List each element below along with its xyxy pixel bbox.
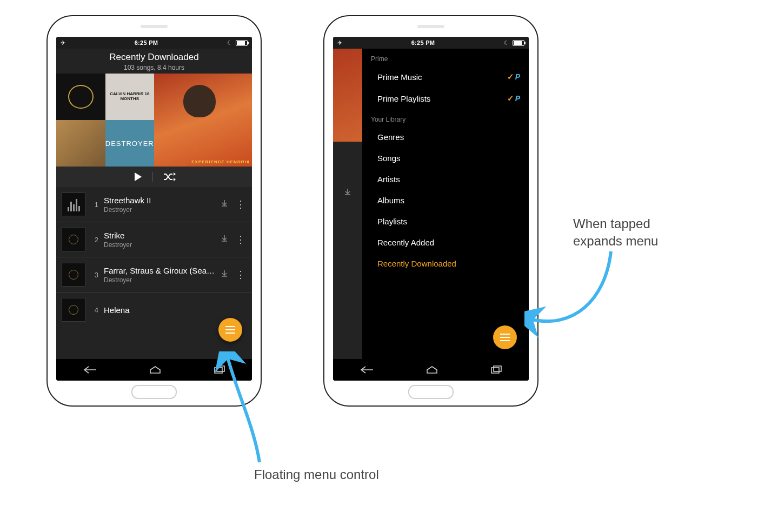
annotation-text: When tapped [573, 216, 650, 231]
status-bar: 6:25 PM [333, 37, 529, 49]
now-playing-equalizer-icon [62, 193, 85, 216]
song-art [62, 192, 85, 216]
android-nav-bar [333, 359, 529, 381]
battery-icon [236, 40, 248, 46]
do-not-disturb-icon [227, 39, 232, 46]
floating-menu-button[interactable] [218, 318, 242, 342]
album-thumb: CALVIN HARRIS 18 MONTHS [105, 74, 155, 120]
album-thumb-label: DESTROYER [105, 139, 154, 148]
hamburger-icon [500, 337, 510, 338]
more-options-icon[interactable] [234, 198, 247, 210]
more-options-icon[interactable] [234, 234, 247, 245]
song-title: Strike [104, 231, 215, 240]
menu-item-label: Artists [377, 175, 400, 184]
nav-recent-button[interactable] [490, 365, 503, 374]
svg-marker-0 [135, 172, 142, 181]
annotation-text: Floating menu control [254, 467, 379, 482]
playlist-header: Recently Downloaded 103 songs, 8.4 hours [56, 49, 252, 74]
download-icon[interactable] [221, 200, 228, 209]
prime-badge-icon: ✓P [507, 72, 520, 82]
phone-speaker [141, 25, 168, 28]
phone-frame-left: 6:25 PM Recently Downloaded 103 songs, 8… [46, 15, 262, 407]
phone-speaker [417, 25, 444, 28]
album-thumb [56, 120, 105, 167]
annotation-arrow-left [205, 351, 270, 470]
status-time: 6:25 PM [135, 39, 158, 46]
menu-section-label: Your Library [362, 109, 529, 127]
menu-section-label: Prime [362, 49, 529, 66]
svg-marker-2 [174, 178, 176, 181]
menu-item-recently-added[interactable]: Recently Added [362, 232, 529, 253]
album-art-collage: CALVIN HARRIS 18 MONTHS DESTROYER EXPERI… [56, 74, 252, 167]
battery-icon [513, 40, 524, 46]
song-index: 3 [91, 271, 98, 279]
nav-back-button[interactable] [82, 365, 97, 374]
song-artist: Destroyer [104, 241, 215, 249]
play-controls-row [56, 167, 252, 187]
menu-item-albums[interactable]: Albums [362, 190, 529, 211]
album-thumb: DESTROYER [105, 120, 155, 167]
prime-badge-icon: ✓P [507, 94, 520, 103]
album-thumb-label: EXPERIENCE HENDRIX [189, 157, 252, 167]
menu-item-label: Songs [377, 154, 401, 163]
download-icon[interactable] [221, 235, 228, 244]
menu-item-songs[interactable]: Songs [362, 148, 529, 169]
side-menu-panel: Prime Prime Music ✓P Prime Playlists ✓P … [362, 49, 529, 359]
song-row[interactable]: 2 Strike Destroyer [56, 222, 252, 257]
playlist-subtitle: 103 songs, 8.4 hours [56, 64, 252, 71]
status-bar: 6:25 PM [56, 37, 252, 49]
song-art [62, 228, 85, 251]
menu-item-label: Genres [377, 132, 404, 142]
phone-home-button [408, 385, 454, 399]
annotation-arrow-right [524, 249, 616, 351]
menu-item-label: Albums [377, 196, 404, 205]
menu-item-label: Recently Downloaded [377, 259, 456, 268]
more-options-icon[interactable] [234, 269, 247, 281]
background-list-sliver [333, 142, 362, 359]
annotation-text: expands menu [573, 234, 658, 248]
song-index: 2 [91, 236, 98, 244]
song-row[interactable]: 3 Farrar, Straus & Giroux (Sea of Te… De… [56, 257, 252, 292]
menu-item-label: Prime Playlists [377, 94, 430, 103]
nav-home-button[interactable] [149, 365, 162, 374]
menu-item-playlists[interactable]: Playlists [362, 211, 529, 232]
annotation-label-right: When tapped expands menu [573, 215, 658, 250]
menu-item-prime-playlists[interactable]: Prime Playlists ✓P [362, 88, 529, 109]
download-icon[interactable] [221, 270, 228, 280]
song-art [62, 263, 85, 287]
svg-rect-6 [494, 366, 501, 371]
song-artist: Destroyer [104, 276, 215, 284]
svg-marker-1 [174, 172, 176, 176]
song-art [62, 298, 85, 322]
song-artist: Destroyer [104, 206, 215, 214]
airplane-mode-icon [337, 39, 342, 46]
song-title: Streethawk II [104, 196, 215, 205]
airplane-mode-icon [61, 39, 65, 46]
status-time: 6:25 PM [411, 39, 435, 46]
song-index: 4 [91, 306, 98, 314]
floating-menu-button[interactable] [493, 325, 517, 349]
menu-item-recently-downloaded[interactable]: Recently Downloaded [362, 253, 529, 274]
album-thumb-large: EXPERIENCE HENDRIX [154, 74, 252, 167]
hamburger-icon [225, 329, 235, 330]
shuffle-button[interactable] [163, 172, 176, 182]
song-title: Farrar, Straus & Giroux (Sea of Te… [104, 266, 215, 275]
svg-rect-5 [491, 368, 499, 373]
song-row[interactable]: 1 Streethawk II Destroyer [56, 187, 252, 222]
playlist-title: Recently Downloaded [56, 52, 252, 63]
phone-home-button [131, 385, 177, 399]
menu-item-genres[interactable]: Genres [362, 127, 529, 148]
album-thumb [56, 74, 105, 120]
nav-home-button[interactable] [425, 365, 438, 374]
menu-item-prime-music[interactable]: Prime Music ✓P [362, 66, 529, 88]
play-button[interactable] [133, 172, 143, 182]
annotation-label-left: Floating menu control [254, 466, 379, 483]
nav-back-button[interactable] [359, 365, 374, 374]
do-not-disturb-icon [504, 39, 509, 46]
menu-item-label: Prime Music [377, 72, 422, 82]
menu-item-artists[interactable]: Artists [362, 169, 529, 190]
album-thumb-label: CALVIN HARRIS 18 MONTHS [105, 92, 155, 102]
song-title: Helena [104, 305, 247, 315]
divider [152, 172, 153, 182]
menu-item-label: Playlists [377, 217, 407, 226]
